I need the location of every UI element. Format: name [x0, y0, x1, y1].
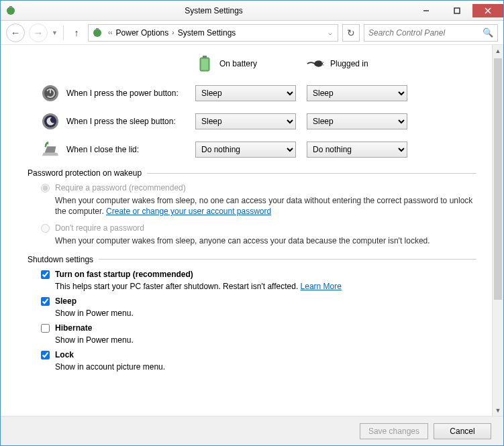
- fast-startup-checkbox[interactable]: [41, 270, 50, 279]
- svg-rect-1: [9, 6, 12, 8]
- search-icon[interactable]: 🔍: [483, 27, 493, 38]
- up-button[interactable]: ↑: [69, 25, 84, 40]
- hibernate-desc: Show in Power menu.: [55, 335, 476, 345]
- dont-require-password-label: Don't require a password: [55, 223, 144, 233]
- power-button-row: When I press the power button: Sleep Sle…: [41, 84, 476, 103]
- password-section-header: Password protection on wakeup: [28, 168, 476, 178]
- battery-icon: [195, 54, 214, 73]
- power-button-plugged-select[interactable]: Sleep: [307, 85, 407, 101]
- lid-plugged-select[interactable]: Do nothing: [307, 142, 407, 158]
- battery-column-label: On battery: [219, 59, 257, 68]
- save-button[interactable]: Save changes: [360, 423, 428, 439]
- sleep-desc: Show in Power menu.: [55, 309, 476, 318]
- sleep-icon: [41, 112, 60, 131]
- lock-label: Lock: [55, 350, 74, 359]
- shutdown-section-header: Shutdown settings: [28, 255, 476, 264]
- svg-rect-7: [96, 28, 99, 30]
- fast-startup-desc: This helps start your PC faster after sh…: [55, 282, 476, 291]
- sleep-button-battery-select[interactable]: Sleep: [195, 113, 296, 129]
- nav-separator: [63, 25, 64, 40]
- navigation-bar: ← → ▼ ↑ ‹‹ Power Options › System Settin…: [1, 21, 503, 45]
- sleep-checkbox[interactable]: [41, 297, 50, 306]
- lock-checkbox[interactable]: [41, 351, 50, 359]
- lock-desc: Show in account picture menu.: [55, 362, 476, 372]
- forward-button[interactable]: →: [29, 23, 48, 42]
- require-password-radio[interactable]: [41, 184, 50, 192]
- breadcrumb-dropdown[interactable]: ⌵: [325, 29, 335, 36]
- lid-row: When I close the lid: Do nothing Do noth…: [41, 140, 476, 159]
- sleep-button-row: When I press the sleep button: Sleep Sle…: [41, 112, 476, 131]
- breadcrumb-segment[interactable]: Power Options: [116, 28, 169, 38]
- scroll-up-arrow[interactable]: ▲: [493, 45, 503, 56]
- app-icon: [5, 5, 17, 17]
- chevron-icon[interactable]: ‹‹: [106, 29, 115, 36]
- fast-startup-label: Turn on fast startup (recommended): [55, 270, 193, 279]
- svg-rect-10: [201, 59, 208, 70]
- history-dropdown[interactable]: ▼: [52, 30, 58, 36]
- chevron-icon[interactable]: ›: [170, 29, 176, 36]
- window-title: System Settings: [17, 6, 411, 15]
- dont-require-password-radio[interactable]: [41, 224, 50, 233]
- content-area: On battery Plugged in When I press the p…: [1, 45, 503, 416]
- sleep-button-label: When I press the sleep button:: [66, 117, 195, 126]
- laptop-icon: [41, 140, 60, 159]
- lid-battery-select[interactable]: Do nothing: [195, 142, 296, 158]
- require-password-desc: When your computer wakes from sleep, no …: [55, 195, 476, 217]
- maximize-button[interactable]: [442, 4, 472, 17]
- hibernate-checkbox[interactable]: [41, 324, 50, 333]
- search-input[interactable]: [368, 28, 483, 38]
- breadcrumb-segment[interactable]: System Settings: [178, 28, 236, 38]
- sleep-button-plugged-select[interactable]: Sleep: [307, 113, 407, 129]
- titlebar: System Settings: [1, 1, 503, 21]
- require-password-label: Require a password (recommended): [55, 183, 186, 192]
- back-button[interactable]: ←: [6, 23, 25, 42]
- cancel-button[interactable]: Cancel: [434, 423, 491, 439]
- scroll-down-arrow[interactable]: ▼: [493, 404, 503, 416]
- plug-icon: [306, 54, 325, 73]
- vertical-scrollbar[interactable]: ▲ ▼: [492, 45, 503, 416]
- power-button-label: When I press the power button:: [66, 89, 195, 98]
- power-icon: [41, 84, 60, 103]
- password-section-title: Password protection on wakeup: [28, 168, 142, 178]
- hibernate-label: Hibernate: [55, 323, 92, 333]
- svg-point-11: [314, 60, 323, 66]
- power-button-battery-select[interactable]: Sleep: [195, 85, 296, 101]
- window-controls: [411, 4, 503, 17]
- close-button[interactable]: [472, 4, 503, 17]
- scroll-thumb[interactable]: [494, 58, 502, 300]
- lid-label: When I close the lid:: [66, 145, 195, 154]
- plugged-column-label: Plugged in: [330, 59, 368, 68]
- breadcrumb[interactable]: ‹‹ Power Options › System Settings ⌵: [88, 24, 338, 42]
- minimize-button[interactable]: [411, 4, 442, 17]
- svg-rect-3: [454, 8, 460, 13]
- shutdown-section-title: Shutdown settings: [28, 255, 93, 264]
- breadcrumb-icon: [91, 27, 103, 39]
- change-password-link[interactable]: Create or change your user account passw…: [106, 207, 271, 216]
- learn-more-link[interactable]: Learn More: [301, 282, 342, 291]
- column-headers: On battery Plugged in: [195, 54, 476, 73]
- dont-require-password-desc: When your computer wakes from sleep, any…: [55, 235, 476, 246]
- footer: Save changes Cancel: [1, 416, 503, 445]
- refresh-button[interactable]: ↻: [342, 24, 360, 42]
- search-box[interactable]: 🔍: [364, 24, 498, 42]
- sleep-label: Sleep: [55, 296, 77, 306]
